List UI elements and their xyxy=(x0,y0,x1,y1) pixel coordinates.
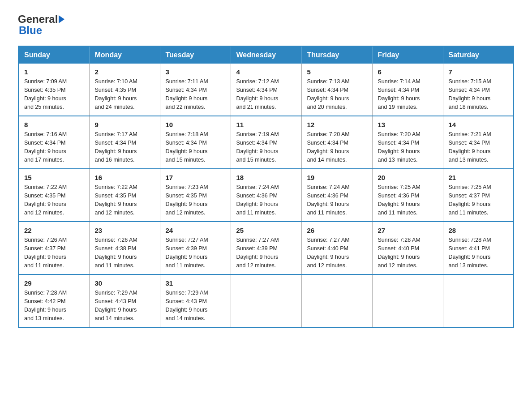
week-row-5: 29 Sunrise: 7:28 AMSunset: 4:42 PMDaylig… xyxy=(18,274,514,327)
day-info: Sunrise: 7:27 AMSunset: 4:40 PMDaylight:… xyxy=(307,236,367,270)
day-cell: 14 Sunrise: 7:21 AMSunset: 4:34 PMDaylig… xyxy=(443,116,514,169)
day-cell: 10 Sunrise: 7:18 AMSunset: 4:34 PMDaylig… xyxy=(160,116,231,169)
day-info: Sunrise: 7:24 AMSunset: 4:36 PMDaylight:… xyxy=(236,183,296,217)
day-number: 27 xyxy=(378,227,438,234)
day-info: Sunrise: 7:21 AMSunset: 4:34 PMDaylight:… xyxy=(449,130,508,164)
day-cell: 24 Sunrise: 7:27 AMSunset: 4:39 PMDaylig… xyxy=(160,222,231,274)
weekday-header-row: SundayMondayTuesdayWednesdayThursdayFrid… xyxy=(18,46,514,64)
day-cell xyxy=(372,274,443,327)
day-cell: 28 Sunrise: 7:28 AMSunset: 4:41 PMDaylig… xyxy=(443,222,514,274)
day-number: 21 xyxy=(449,174,508,181)
day-cell: 1 Sunrise: 7:09 AMSunset: 4:35 PMDayligh… xyxy=(18,64,89,116)
day-number: 17 xyxy=(166,174,225,181)
day-info: Sunrise: 7:28 AMSunset: 4:42 PMDaylight:… xyxy=(24,289,84,322)
day-cell xyxy=(231,274,301,327)
day-number: 5 xyxy=(307,68,367,76)
day-cell: 4 Sunrise: 7:12 AMSunset: 4:34 PMDayligh… xyxy=(231,64,301,116)
day-info: Sunrise: 7:11 AMSunset: 4:34 PMDaylight:… xyxy=(166,77,225,111)
day-number: 1 xyxy=(24,68,84,76)
day-cell: 5 Sunrise: 7:13 AMSunset: 4:34 PMDayligh… xyxy=(301,64,372,116)
day-info: Sunrise: 7:14 AMSunset: 4:34 PMDaylight:… xyxy=(378,77,438,111)
day-info: Sunrise: 7:28 AMSunset: 4:41 PMDaylight:… xyxy=(449,236,508,270)
day-number: 19 xyxy=(307,174,367,181)
day-number: 31 xyxy=(166,279,225,287)
day-info: Sunrise: 7:24 AMSunset: 4:36 PMDaylight:… xyxy=(307,183,367,217)
day-info: Sunrise: 7:17 AMSunset: 4:34 PMDaylight:… xyxy=(95,130,154,164)
day-cell: 19 Sunrise: 7:24 AMSunset: 4:36 PMDaylig… xyxy=(301,169,372,222)
day-number: 6 xyxy=(378,68,438,76)
day-cell: 3 Sunrise: 7:11 AMSunset: 4:34 PMDayligh… xyxy=(160,64,231,116)
day-cell: 2 Sunrise: 7:10 AMSunset: 4:35 PMDayligh… xyxy=(89,64,160,116)
day-info: Sunrise: 7:22 AMSunset: 4:35 PMDaylight:… xyxy=(95,183,154,217)
day-number: 3 xyxy=(166,68,225,76)
day-number: 30 xyxy=(95,279,154,287)
weekday-header-sunday: Sunday xyxy=(18,46,89,64)
day-info: Sunrise: 7:12 AMSunset: 4:34 PMDaylight:… xyxy=(236,77,296,111)
day-cell: 13 Sunrise: 7:20 AMSunset: 4:34 PMDaylig… xyxy=(372,116,443,169)
day-cell: 12 Sunrise: 7:20 AMSunset: 4:34 PMDaylig… xyxy=(301,116,372,169)
day-info: Sunrise: 7:10 AMSunset: 4:35 PMDaylight:… xyxy=(95,77,154,111)
day-info: Sunrise: 7:26 AMSunset: 4:38 PMDaylight:… xyxy=(95,236,154,270)
day-number: 8 xyxy=(24,121,84,128)
day-cell: 15 Sunrise: 7:22 AMSunset: 4:35 PMDaylig… xyxy=(18,169,89,222)
day-number: 28 xyxy=(449,227,508,234)
day-info: Sunrise: 7:22 AMSunset: 4:35 PMDaylight:… xyxy=(24,183,84,217)
day-number: 23 xyxy=(95,227,154,234)
day-info: Sunrise: 7:26 AMSunset: 4:37 PMDaylight:… xyxy=(24,236,84,270)
week-row-4: 22 Sunrise: 7:26 AMSunset: 4:37 PMDaylig… xyxy=(18,222,514,274)
calendar-table: SundayMondayTuesdayWednesdayThursdayFrid… xyxy=(18,46,514,328)
day-info: Sunrise: 7:16 AMSunset: 4:34 PMDaylight:… xyxy=(24,130,84,164)
day-cell: 16 Sunrise: 7:22 AMSunset: 4:35 PMDaylig… xyxy=(89,169,160,222)
day-info: Sunrise: 7:18 AMSunset: 4:34 PMDaylight:… xyxy=(166,130,225,164)
day-info: Sunrise: 7:27 AMSunset: 4:39 PMDaylight:… xyxy=(236,236,296,270)
day-cell: 22 Sunrise: 7:26 AMSunset: 4:37 PMDaylig… xyxy=(18,222,89,274)
day-info: Sunrise: 7:13 AMSunset: 4:34 PMDaylight:… xyxy=(307,77,367,111)
day-info: Sunrise: 7:25 AMSunset: 4:36 PMDaylight:… xyxy=(378,183,438,217)
day-cell: 17 Sunrise: 7:23 AMSunset: 4:35 PMDaylig… xyxy=(160,169,231,222)
weekday-header-wednesday: Wednesday xyxy=(231,46,301,64)
day-number: 14 xyxy=(449,121,508,128)
day-number: 26 xyxy=(307,227,367,234)
day-number: 22 xyxy=(24,227,84,234)
day-info: Sunrise: 7:20 AMSunset: 4:34 PMDaylight:… xyxy=(378,130,438,164)
weekday-header-saturday: Saturday xyxy=(443,46,514,64)
day-cell: 9 Sunrise: 7:17 AMSunset: 4:34 PMDayligh… xyxy=(89,116,160,169)
day-cell: 8 Sunrise: 7:16 AMSunset: 4:34 PMDayligh… xyxy=(18,116,89,169)
week-row-1: 1 Sunrise: 7:09 AMSunset: 4:35 PMDayligh… xyxy=(18,64,514,116)
logo-blue-word: Blue xyxy=(19,24,42,36)
weekday-header-monday: Monday xyxy=(89,46,160,64)
week-row-2: 8 Sunrise: 7:16 AMSunset: 4:34 PMDayligh… xyxy=(18,116,514,169)
day-cell: 11 Sunrise: 7:19 AMSunset: 4:34 PMDaylig… xyxy=(231,116,301,169)
day-number: 29 xyxy=(24,279,84,287)
day-number: 4 xyxy=(236,68,296,76)
day-info: Sunrise: 7:09 AMSunset: 4:35 PMDaylight:… xyxy=(24,77,84,111)
day-info: Sunrise: 7:27 AMSunset: 4:39 PMDaylight:… xyxy=(166,236,225,270)
day-info: Sunrise: 7:19 AMSunset: 4:34 PMDaylight:… xyxy=(236,130,296,164)
day-cell: 26 Sunrise: 7:27 AMSunset: 4:40 PMDaylig… xyxy=(301,222,372,274)
day-number: 2 xyxy=(95,68,154,76)
day-number: 11 xyxy=(236,121,296,128)
day-number: 25 xyxy=(236,227,296,234)
day-info: Sunrise: 7:29 AMSunset: 4:43 PMDaylight:… xyxy=(166,289,225,322)
day-cell: 29 Sunrise: 7:28 AMSunset: 4:42 PMDaylig… xyxy=(18,274,89,327)
day-number: 18 xyxy=(236,174,296,181)
day-number: 7 xyxy=(449,68,508,76)
weekday-header-tuesday: Tuesday xyxy=(160,46,231,64)
day-number: 13 xyxy=(378,121,438,128)
logo-general-word: General xyxy=(18,13,58,25)
day-info: Sunrise: 7:23 AMSunset: 4:35 PMDaylight:… xyxy=(166,183,225,217)
logo: General Blue xyxy=(18,13,65,37)
day-number: 20 xyxy=(378,174,438,181)
weekday-header-friday: Friday xyxy=(372,46,443,64)
day-info: Sunrise: 7:15 AMSunset: 4:34 PMDaylight:… xyxy=(449,77,508,111)
day-cell: 23 Sunrise: 7:26 AMSunset: 4:38 PMDaylig… xyxy=(89,222,160,274)
day-cell: 21 Sunrise: 7:25 AMSunset: 4:37 PMDaylig… xyxy=(443,169,514,222)
day-cell: 30 Sunrise: 7:29 AMSunset: 4:43 PMDaylig… xyxy=(89,274,160,327)
day-number: 9 xyxy=(95,121,154,128)
day-number: 12 xyxy=(307,121,367,128)
day-cell: 27 Sunrise: 7:28 AMSunset: 4:40 PMDaylig… xyxy=(372,222,443,274)
day-info: Sunrise: 7:28 AMSunset: 4:40 PMDaylight:… xyxy=(378,236,438,270)
logo-arrow-icon xyxy=(59,15,64,23)
weekday-header-thursday: Thursday xyxy=(301,46,372,64)
day-cell: 18 Sunrise: 7:24 AMSunset: 4:36 PMDaylig… xyxy=(231,169,301,222)
